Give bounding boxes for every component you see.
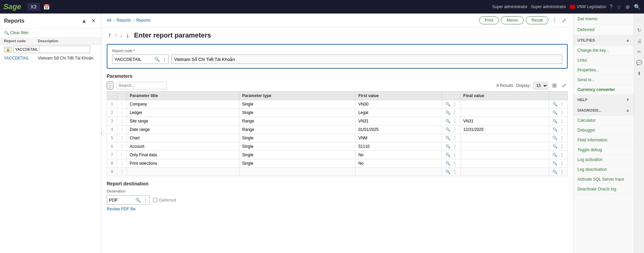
breadcrumb-reports1[interactable]: Reports — [117, 18, 131, 23]
params-search-input[interactable] — [116, 82, 167, 89]
deactivate-oracle-button[interactable]: Deactivate Oracle log — [573, 184, 634, 194]
review-pdf-link[interactable]: Review PDF file — [107, 207, 568, 211]
report-code-more-icon[interactable]: ⋮ — [161, 57, 168, 62]
properties-button[interactable]: Properties... — [573, 65, 634, 75]
report-code-search-icon[interactable]: 🔍 — [153, 57, 161, 62]
diagnosis-toggle[interactable]: ▲ — [626, 108, 630, 113]
change-key-button[interactable]: Change the key... — [573, 46, 634, 55]
row-first-search[interactable]: 🔍 — [445, 118, 451, 124]
sidebar-close-icon[interactable]: ✕ — [90, 17, 97, 25]
row-first-search[interactable]: 🔍 — [445, 101, 451, 107]
send-to-button[interactable]: Send to... — [573, 75, 634, 85]
row-final-search[interactable]: 🔍 — [552, 110, 558, 115]
deferred-button[interactable]: Deferred — [573, 24, 634, 35]
row-first-search[interactable]: 🔍 — [445, 144, 451, 149]
row-final-more[interactable]: ⋮ — [559, 101, 565, 107]
row-dots[interactable]: ⋮ — [117, 109, 127, 117]
row-first-more[interactable]: ⋮ — [452, 118, 458, 124]
row-final-search[interactable]: 🔍 — [552, 161, 558, 166]
debugger-button[interactable]: Debugger — [573, 125, 634, 135]
row-first-more[interactable]: ⋮ — [452, 152, 458, 158]
row-final-more[interactable]: ⋮ — [559, 152, 565, 158]
strip-refresh-icon[interactable]: ↻ — [635, 26, 643, 34]
row-first-search[interactable]: 🔍 — [445, 127, 451, 132]
recall-button[interactable]: Recall — [526, 16, 548, 24]
nav-up-arrow[interactable]: ↑ — [114, 32, 118, 39]
row-final-more[interactable]: ⋮ — [559, 110, 565, 115]
del-memo-button[interactable]: Del memo — [573, 14, 634, 24]
bookmark-icon[interactable]: ☆ — [617, 4, 621, 10]
row-first-more[interactable]: ⋮ — [452, 110, 458, 115]
row-dots[interactable]: ⋮ — [117, 151, 127, 159]
nav-down-arrow[interactable]: ↓ — [119, 32, 124, 39]
row-final-search[interactable]: 🔍 — [552, 118, 558, 124]
row-first-more[interactable]: ⋮ — [452, 135, 458, 141]
calendar-icon[interactable]: 📅 — [43, 4, 50, 10]
strip-pencil-icon[interactable]: ✏ — [635, 48, 643, 56]
utilities-toggle[interactable]: ▲ — [626, 38, 630, 43]
row-first-more[interactable]: ⋮ — [452, 161, 458, 166]
params-layers-icon[interactable]: ⊞ — [551, 82, 558, 89]
breadcrumb-reports2[interactable]: Reports — [136, 18, 150, 23]
row-first-more[interactable]: ⋮ — [452, 101, 458, 107]
more-options-button[interactable]: ⋮ — [550, 17, 559, 24]
strip-bubble-icon[interactable]: 💬 — [635, 59, 643, 67]
row-first-more[interactable]: ⋮ — [452, 127, 458, 132]
sidebar-row[interactable]: YACCDETAIL Vietnam Số Chi Tiết Tài Khoản — [0, 54, 101, 62]
row-final-search[interactable]: 🔍 — [552, 127, 558, 132]
row-final-more[interactable]: ⋮ — [559, 118, 565, 124]
deferred-checkbox-label[interactable]: Deferred — [153, 198, 176, 203]
strip-upload-icon[interactable]: ⬆ — [635, 69, 643, 77]
desc-filter-input[interactable] — [40, 46, 90, 53]
row-first-search[interactable]: 🔍 — [445, 110, 451, 115]
help-toggle[interactable]: ▼ — [626, 97, 630, 102]
row-final-more[interactable]: ⋮ — [559, 144, 565, 149]
links-button[interactable]: Links — [573, 55, 634, 65]
row-final-more[interactable]: ⋮ — [559, 169, 565, 175]
report-code-input[interactable] — [112, 57, 153, 62]
deferred-checkbox[interactable] — [153, 198, 157, 202]
row-first-search[interactable]: 🔍 — [445, 152, 451, 158]
row-first-more[interactable]: ⋮ — [452, 144, 458, 149]
app-name[interactable]: X3 — [27, 3, 40, 11]
params-expand-icon[interactable]: ⤢ — [561, 82, 568, 89]
row-dots[interactable]: ⋮ — [117, 168, 127, 176]
row-dots[interactable]: ⋮ — [117, 125, 127, 134]
memo-button[interactable]: Memo — [501, 16, 523, 24]
sidebar-up-icon[interactable]: ▲ — [80, 17, 88, 25]
calculator-button[interactable]: Calculator — [573, 116, 634, 125]
row-dots[interactable]: ⋮ — [117, 159, 127, 168]
nav-top-arrow[interactable]: ⤒ — [107, 32, 113, 39]
row-dots[interactable]: ⋮ — [117, 142, 127, 151]
expand-button[interactable]: ⤢ — [561, 17, 568, 24]
row-first-search[interactable]: 🔍 — [445, 169, 451, 175]
row-final-search[interactable]: 🔍 — [552, 169, 558, 175]
legislation-selector[interactable]: VNM Legislation — [570, 4, 606, 9]
row-first-search[interactable]: 🔍 — [445, 135, 451, 141]
search-icon[interactable]: 🔍 — [634, 4, 641, 10]
display-select[interactable]: 15 25 50 — [533, 82, 548, 89]
row-dots[interactable]: ⋮ — [117, 100, 127, 109]
clear-filter-button[interactable]: 🔍 Clear filter — [4, 30, 29, 35]
row-first-more[interactable]: ⋮ — [452, 169, 458, 175]
strip-print-icon[interactable]: 🖨 — [635, 37, 643, 45]
nav-bottom-arrow[interactable]: ⤓ — [125, 32, 131, 39]
destination-input[interactable] — [107, 198, 134, 203]
field-information-button[interactable]: Field information — [573, 135, 634, 145]
row-final-search[interactable]: 🔍 — [552, 101, 558, 107]
log-deactivation-button[interactable]: Log deactivation — [573, 165, 634, 175]
row-final-search[interactable]: 🔍 — [552, 135, 558, 141]
report-description-input[interactable] — [171, 54, 562, 64]
toggle-debug-button[interactable]: Toggle debug — [573, 145, 634, 155]
activate-sql-button[interactable]: Activate SQL Server trace — [573, 175, 634, 184]
row-final-search[interactable]: 🔍 — [552, 152, 558, 158]
row-dots[interactable]: ⋮ — [117, 117, 127, 125]
row-final-more[interactable]: ⋮ — [559, 135, 565, 141]
row-final-search[interactable]: 🔍 — [552, 144, 558, 149]
row-first-search[interactable]: 🔍 — [445, 161, 451, 166]
currency-converter-button[interactable]: Currency converter — [573, 85, 634, 95]
destination-search-icon[interactable]: 🔍 — [134, 198, 142, 203]
log-activation-button[interactable]: Log activation — [573, 155, 634, 165]
params-menu-button[interactable]: ⋮ — [107, 82, 113, 89]
destination-more-icon[interactable]: ⋮ — [142, 198, 149, 203]
